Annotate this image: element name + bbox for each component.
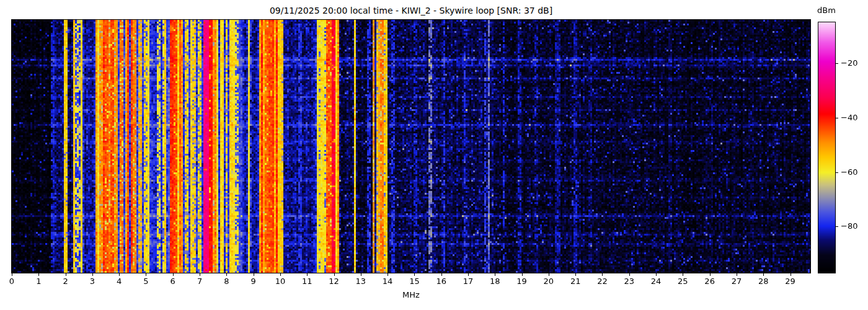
x-tick-mark	[575, 273, 576, 276]
x-tick-label: 25	[670, 277, 695, 286]
x-tick-mark	[602, 273, 603, 276]
x-tick-label: 2	[53, 277, 78, 286]
x-tick-label: 21	[563, 277, 588, 286]
x-tick-mark	[790, 273, 791, 276]
x-tick-label: 24	[644, 277, 668, 286]
x-tick-mark	[441, 273, 442, 276]
x-tick-label: 7	[187, 277, 212, 286]
x-tick-label: 15	[402, 277, 427, 286]
colorbar-tick-label: −80	[841, 221, 868, 231]
x-axis-label: MHz	[12, 290, 810, 299]
x-tick-mark	[119, 273, 120, 276]
x-tick-label: 3	[80, 277, 105, 286]
x-tick-mark	[388, 273, 388, 276]
x-tick-label: 12	[322, 277, 347, 286]
x-tick-mark	[629, 273, 630, 276]
x-tick-mark	[254, 273, 254, 276]
x-tick-mark	[763, 273, 764, 276]
x-tick-mark	[656, 273, 657, 276]
x-tick-label: 0	[0, 277, 24, 286]
x-tick-mark	[66, 273, 66, 276]
x-tick-mark	[522, 273, 523, 276]
x-tick-label: 28	[751, 277, 776, 286]
x-tick-mark	[334, 273, 335, 276]
colorbar-tick-mark	[836, 118, 838, 118]
x-tick-label: 26	[698, 277, 722, 286]
x-tick-mark	[683, 273, 683, 276]
x-tick-mark	[38, 273, 39, 276]
x-tick-label: 11	[294, 277, 319, 286]
x-tick-mark	[468, 273, 469, 276]
x-tick-mark	[495, 273, 495, 276]
x-tick-label: 27	[724, 277, 749, 286]
spectrogram-figure: 09/11/2025 20:00 local time - KIWI_2 - S…	[0, 0, 868, 310]
colorbar-label: dBm	[808, 6, 845, 15]
x-tick-label: 16	[429, 277, 454, 286]
x-tick-label: 8	[214, 277, 239, 286]
x-tick-mark	[173, 273, 174, 276]
colorbar-tick-mark	[836, 172, 838, 173]
x-tick-label: 29	[778, 277, 803, 286]
x-tick-label: 19	[510, 277, 534, 286]
waterfall-canvas	[12, 20, 810, 273]
x-tick-label: 10	[268, 277, 293, 286]
colorbar-tick-mark	[836, 226, 838, 227]
plot-title: 09/11/2025 20:00 local time - KIWI_2 - S…	[12, 6, 810, 16]
x-tick-mark	[414, 273, 415, 276]
x-tick-mark	[92, 273, 93, 276]
x-tick-label: 13	[348, 277, 373, 286]
x-tick-mark	[737, 273, 737, 276]
colorbar-canvas	[818, 22, 835, 273]
x-tick-mark	[12, 273, 12, 276]
colorbar-tick-mark	[836, 63, 838, 64]
x-tick-label: 14	[375, 277, 400, 286]
colorbar-tick-label: −20	[841, 58, 868, 68]
x-tick-mark	[549, 273, 549, 276]
x-tick-label: 6	[161, 277, 185, 286]
x-tick-mark	[280, 273, 281, 276]
x-tick-label: 20	[536, 277, 561, 286]
colorbar-tick-label: −60	[841, 167, 868, 177]
x-tick-mark	[710, 273, 711, 276]
x-tick-label: 4	[107, 277, 131, 286]
colorbar-tick-label: −40	[841, 113, 868, 122]
x-tick-label: 9	[241, 277, 266, 286]
x-tick-label: 17	[456, 277, 480, 286]
x-tick-mark	[146, 273, 146, 276]
x-tick-label: 22	[590, 277, 614, 286]
x-tick-mark	[226, 273, 227, 276]
x-tick-label: 23	[617, 277, 642, 286]
waterfall-plot-area	[11, 19, 811, 273]
x-tick-mark	[361, 273, 361, 276]
x-tick-mark	[307, 273, 308, 276]
x-tick-label: 5	[133, 277, 158, 286]
x-tick-label: 18	[482, 277, 507, 286]
colorbar	[818, 22, 836, 273]
x-tick-label: 1	[26, 277, 51, 286]
x-tick-mark	[200, 273, 200, 276]
